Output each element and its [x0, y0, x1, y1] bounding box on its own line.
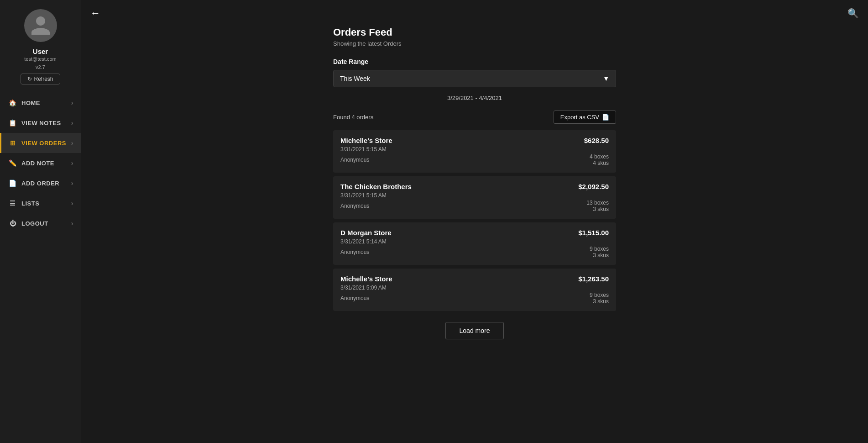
order-skus: 3 skus: [590, 252, 609, 258]
sidebar-item-add-order[interactable]: 📄 ADD ORDER ›: [0, 173, 81, 193]
order-top: Michelle's Store $1,263.50: [340, 275, 609, 283]
load-more-button[interactable]: Load more: [445, 322, 504, 339]
refresh-icon: ↻: [27, 76, 32, 82]
order-skus: 3 skus: [590, 298, 609, 305]
user-email: test@test.com: [24, 56, 56, 62]
order-boxes: 9 boxes: [590, 292, 609, 298]
nav-item-left: 🏠 HOME: [9, 99, 40, 106]
lists-icon: ☰: [9, 200, 17, 207]
order-boxes: 13 boxes: [586, 200, 609, 206]
order-amount: $2,092.50: [578, 183, 609, 190]
order-by: Anonymous: [340, 203, 369, 209]
nav-item-label: VIEW NOTES: [21, 120, 61, 127]
chevron-right-icon: ›: [71, 139, 73, 147]
chevron-right-icon: ›: [71, 119, 73, 127]
order-skus: 4 skus: [590, 160, 609, 166]
order-date: 3/31/2021 5:15 AM: [340, 146, 609, 153]
nav-item-label: ADD ORDER: [21, 180, 59, 187]
order-date: 3/31/2021 5:14 AM: [340, 238, 609, 245]
sidebar-item-home[interactable]: 🏠 HOME ›: [0, 93, 81, 113]
date-range-select[interactable]: This Week ▼: [333, 70, 616, 87]
export-csv-icon: 📄: [602, 114, 609, 121]
search-icon: 🔍: [847, 8, 859, 18]
user-version: v2.7: [36, 64, 45, 70]
order-store: Michelle's Store: [340, 137, 392, 144]
order-stats: 9 boxes 3 skus: [590, 246, 609, 258]
page-title: Orders Feed: [333, 26, 616, 38]
order-boxes: 4 boxes: [590, 153, 609, 160]
order-store: Michelle's Store: [340, 275, 392, 283]
order-bottom: Anonymous 13 boxes 3 skus: [340, 200, 609, 212]
nav-item-left: ✏️ ADD NOTE: [9, 159, 54, 167]
refresh-label: Refresh: [34, 76, 53, 82]
orders-header: Found 4 orders Export as CSV 📄: [333, 111, 616, 124]
nav-item-label: LISTS: [21, 200, 39, 207]
main-content: ← 🔍 Orders Feed Showing the latest Order…: [81, 0, 868, 443]
sidebar-item-view-orders[interactable]: ⊞ VIEW ORDERS ›: [0, 133, 81, 153]
sidebar-item-lists[interactable]: ☰ LISTS ›: [0, 193, 81, 213]
order-boxes: 9 boxes: [590, 246, 609, 252]
order-card[interactable]: The Chicken Brothers $2,092.50 3/31/2021…: [333, 176, 616, 219]
nav-menu: 🏠 HOME › 📋 VIEW NOTES › ⊞ VIEW ORDERS › …: [0, 93, 81, 233]
order-store: D Morgan Store: [340, 229, 392, 237]
order-top: The Chicken Brothers $2,092.50: [340, 183, 609, 190]
chevron-right-icon: ›: [71, 99, 73, 106]
order-card[interactable]: Michelle's Store $1,263.50 3/31/2021 5:0…: [333, 269, 616, 311]
order-top: Michelle's Store $628.50: [340, 137, 609, 144]
search-button[interactable]: 🔍: [847, 8, 859, 19]
order-amount: $1,263.50: [578, 275, 609, 283]
chevron-right-icon: ›: [71, 159, 73, 167]
order-skus: 3 skus: [586, 206, 609, 212]
chevron-right-icon: ›: [71, 220, 73, 227]
order-by: Anonymous: [340, 249, 369, 255]
orders-count: Found 4 orders: [333, 114, 373, 121]
back-icon: ←: [90, 7, 100, 19]
order-bottom: Anonymous 9 boxes 3 skus: [340, 292, 609, 305]
chevron-down-icon: ▼: [603, 75, 609, 82]
nav-item-left: 📋 VIEW NOTES: [9, 119, 61, 127]
home-icon: 🏠: [9, 99, 17, 106]
orders-list: Michelle's Store $628.50 3/31/2021 5:15 …: [333, 130, 616, 311]
load-more-section: Load more: [333, 322, 616, 339]
order-stats: 4 boxes 4 skus: [590, 153, 609, 166]
nav-item-label: ADD NOTE: [21, 160, 54, 167]
view-notes-icon: 📋: [9, 119, 17, 127]
order-date: 3/31/2021 5:15 AM: [340, 192, 609, 199]
export-csv-button[interactable]: Export as CSV 📄: [554, 111, 616, 124]
refresh-button[interactable]: ↻ Refresh: [21, 74, 60, 84]
nav-item-left: ⊞ VIEW ORDERS: [9, 139, 66, 147]
sidebar-item-view-notes[interactable]: 📋 VIEW NOTES ›: [0, 113, 81, 133]
export-csv-label: Export as CSV: [560, 114, 599, 121]
order-card[interactable]: Michelle's Store $628.50 3/31/2021 5:15 …: [333, 130, 616, 173]
nav-item-left: ☰ LISTS: [9, 200, 39, 207]
date-range-label: Date Range: [333, 58, 616, 65]
order-by: Anonymous: [340, 295, 369, 301]
order-stats: 13 boxes 3 skus: [586, 200, 609, 212]
order-top: D Morgan Store $1,515.00: [340, 229, 609, 237]
page-subtitle: Showing the latest Orders: [333, 40, 616, 47]
topbar: ← 🔍: [81, 0, 868, 26]
order-card[interactable]: D Morgan Store $1,515.00 3/31/2021 5:14 …: [333, 222, 616, 265]
add-note-icon: ✏️: [9, 159, 17, 167]
order-store: The Chicken Brothers: [340, 183, 412, 190]
user-name: User: [33, 47, 48, 55]
order-bottom: Anonymous 4 boxes 4 skus: [340, 153, 609, 166]
sidebar: User test@test.com v2.7 ↻ Refresh 🏠 HOME…: [0, 0, 81, 443]
order-amount: $628.50: [584, 137, 609, 144]
add-order-icon: 📄: [9, 179, 17, 187]
order-bottom: Anonymous 9 boxes 3 skus: [340, 246, 609, 258]
nav-item-label: VIEW ORDERS: [21, 140, 66, 147]
logout-icon: ⏻: [9, 220, 17, 227]
sidebar-item-logout[interactable]: ⏻ LOGOUT ›: [0, 213, 81, 233]
nav-item-label: LOGOUT: [21, 220, 48, 227]
sidebar-item-add-note[interactable]: ✏️ ADD NOTE ›: [0, 153, 81, 173]
back-button[interactable]: ←: [90, 7, 100, 19]
avatar: [24, 9, 57, 42]
nav-item-label: HOME: [21, 100, 40, 106]
view-orders-icon: ⊞: [9, 139, 17, 147]
nav-item-left: ⏻ LOGOUT: [9, 220, 48, 227]
order-amount: $1,515.00: [578, 229, 609, 237]
content-area: Orders Feed Showing the latest Orders Da…: [315, 26, 634, 358]
order-by: Anonymous: [340, 157, 369, 163]
chevron-right-icon: ›: [71, 200, 73, 207]
